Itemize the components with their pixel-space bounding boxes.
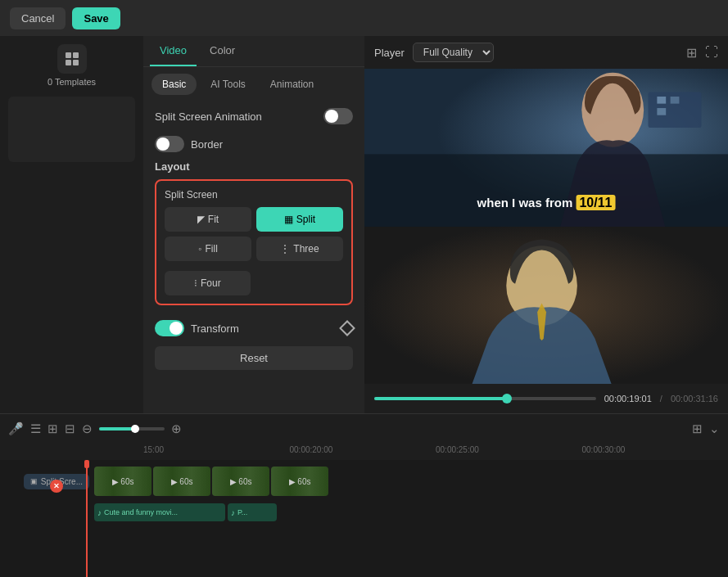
transform-toggle-thumb <box>170 322 183 335</box>
four-icon: ⁝ <box>194 277 197 289</box>
audio-clip-label-0: Cute and funny movi... <box>104 508 178 516</box>
sidebar-item-templates[interactable]: 0 Templates <box>47 44 96 87</box>
subtitle-prefix: when I was from <box>477 196 577 210</box>
sub-tab-basic[interactable]: Basic <box>151 74 197 95</box>
playhead <box>86 460 88 577</box>
audio-clip-1[interactable]: ♪ P... <box>228 503 277 521</box>
border-row: Border <box>143 131 364 157</box>
chevron-down-icon[interactable]: ⌄ <box>709 421 720 436</box>
track-content-0: ▶ 60s ▶ 60s ▶ 60s ▶ 60s <box>94 467 728 496</box>
svg-rect-3 <box>73 60 79 65</box>
clip-label-2: ▶ 60s <box>227 477 255 486</box>
audio-content: ♪ Cute and funny movi... ♪ P... <box>94 503 277 521</box>
list-icon[interactable]: ☰ <box>30 421 41 436</box>
progress-thumb <box>502 394 512 403</box>
sub-tab-ai-tools[interactable]: AI Tools <box>200 74 255 95</box>
quality-select[interactable]: Full Quality <box>413 43 494 62</box>
split-screen-animation-toggle[interactable] <box>323 108 353 124</box>
tab-color[interactable]: Color <box>200 36 245 66</box>
audio-track-row: ♪ Cute and funny movi... ♪ P... <box>0 501 728 524</box>
svg-rect-0 <box>66 52 71 58</box>
audio-clip-label-1: P... <box>237 508 247 516</box>
time-current: 00:00:19:01 <box>604 394 652 403</box>
border-toggle-thumb <box>156 137 170 151</box>
video-top-frame: when I was from 10/11 <box>364 69 728 227</box>
mic-icon[interactable]: 🎤 <box>8 421 24 436</box>
transform-row: Transform <box>143 313 364 343</box>
music-icon-1: ♪ <box>231 508 235 517</box>
timeline-tracks: ▣ Split Scre... ✕ ▶ 60s ▶ 60s ▶ 60s ▶ 60… <box>0 460 728 577</box>
progress-fill <box>374 397 507 400</box>
layout-label: Layout <box>143 157 364 179</box>
sub-tab-animation[interactable]: Animation <box>260 74 324 95</box>
reset-button[interactable]: Reset <box>155 346 353 370</box>
fullscreen-icon[interactable]: ⛶ <box>705 45 718 61</box>
main-layout: 0 Templates Video Color Basic AI Tools A… <box>0 36 728 413</box>
caption-icon[interactable]: ⊟ <box>65 421 75 436</box>
timeline-ruler: 15:00 00:00:20:00 00:00:25:00 00:00:30:0… <box>0 444 728 460</box>
center-panel: Video Color Basic AI Tools Animation Spl… <box>143 36 364 413</box>
svg-rect-1 <box>73 52 79 58</box>
three-button[interactable]: ⋮ Three <box>256 237 343 261</box>
video-clip-2[interactable]: ▶ 60s <box>212 467 269 496</box>
player-controls: 00:00:19:01 / 00:00:31:16 <box>364 384 728 413</box>
four-button[interactable]: ⁝ Four <box>165 271 251 295</box>
subtitle-overlay: when I was from 10/11 <box>477 196 616 210</box>
zoom-fill <box>99 427 135 430</box>
templates-count: 0 Templates <box>47 77 96 87</box>
video-clip-3[interactable]: ▶ 60s <box>271 467 328 496</box>
track-row-0: ▣ Split Scre... ✕ ▶ 60s ▶ 60s ▶ 60s ▶ 60… <box>0 463 728 499</box>
left-sidebar: 0 Templates <box>0 36 143 413</box>
split-icon: ▦ <box>284 214 293 225</box>
zoom-thumb <box>131 425 139 433</box>
tab-video[interactable]: Video <box>150 36 197 66</box>
subtitle-text: when I was from 10/11 <box>477 195 616 210</box>
ruler-mark-0: 15:00 <box>143 445 290 458</box>
fit-label: Fit <box>208 214 219 225</box>
toggle-thumb <box>325 110 338 123</box>
audio-clip-0[interactable]: ♪ Cute and funny movi... <box>94 503 225 521</box>
music-icon-0: ♪ <box>97 508 102 517</box>
add-clip-icon[interactable]: ⊞ <box>47 421 58 436</box>
split-button[interactable]: ▦ Split <box>256 207 343 232</box>
grid-view-icon[interactable]: ⊞ <box>692 421 703 436</box>
subtitle-highlight: 10/11 <box>576 195 615 210</box>
fit-button[interactable]: ◤ Fit <box>165 207 251 232</box>
zoom-slider[interactable] <box>99 427 165 430</box>
video-bottom-frame <box>364 227 728 385</box>
svg-rect-8 <box>671 97 680 104</box>
split-screen-title: Split Screen <box>165 189 343 201</box>
svg-rect-9 <box>657 108 666 115</box>
ruler-mark-1: 00:00:20:00 <box>290 445 436 458</box>
svg-rect-2 <box>66 60 71 65</box>
transform-toggle[interactable] <box>155 320 184 336</box>
split-grid: ◤ Fit ▦ Split ◦ Fill ⋮ Three <box>165 207 343 261</box>
svg-rect-7 <box>657 97 666 104</box>
plus-icon[interactable]: ⊕ <box>171 421 182 436</box>
border-label: Border <box>191 138 223 151</box>
sub-tab-row: Basic AI Tools Animation <box>143 67 364 101</box>
border-toggle[interactable] <box>155 136 184 152</box>
video-clip-1[interactable]: ▶ 60s <box>153 467 210 496</box>
cancel-button[interactable]: Cancel <box>10 7 66 29</box>
progress-bar[interactable] <box>374 397 596 400</box>
fill-label: Fill <box>205 243 217 255</box>
clip-label-0: ▶ 60s <box>109 477 138 486</box>
time-total: 00:00:31:16 <box>671 394 718 403</box>
player-icons: ⊞ ⛶ <box>686 45 718 61</box>
diamond-icon <box>339 320 355 336</box>
minus-icon[interactable]: ⊖ <box>82 421 93 436</box>
fill-icon: ◦ <box>198 243 201 255</box>
clip-label-3: ▶ 60s <box>286 477 314 486</box>
grid-icon[interactable]: ⊞ <box>686 45 697 61</box>
clip-label-1: ▶ 60s <box>168 477 197 486</box>
player-header: Player Full Quality ⊞ ⛶ <box>364 36 728 69</box>
x-badge: ✕ <box>50 480 63 493</box>
transform-left: Transform <box>155 320 239 336</box>
right-player: Player Full Quality ⊞ ⛶ <box>364 36 728 413</box>
save-button[interactable]: Save <box>72 7 120 29</box>
fit-icon: ◤ <box>197 214 205 225</box>
fill-button[interactable]: ◦ Fill <box>165 237 251 261</box>
bottom-timeline: 🎤 ☰ ⊞ ⊟ ⊖ ⊕ ⊞ ⌄ 15:00 00:00:20:00 00:00:… <box>0 413 728 577</box>
video-clip-0[interactable]: ▶ 60s <box>94 467 151 496</box>
